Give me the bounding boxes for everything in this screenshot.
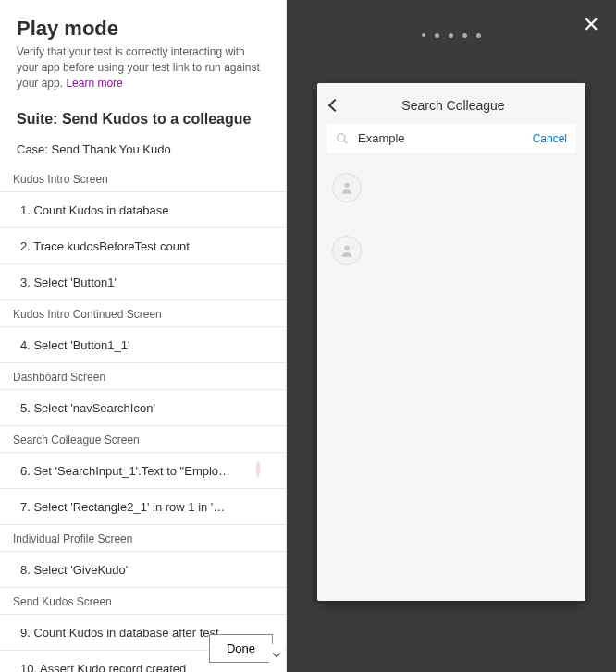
test-step[interactable]: 1. Count Kudos in database <box>0 192 286 228</box>
test-panel: Play mode Verify that your test is corre… <box>0 0 287 672</box>
learn-more-link[interactable]: Learn more <box>66 77 122 90</box>
search-input[interactable] <box>358 131 525 145</box>
screen-header: Individual Profile Screen <box>0 525 286 552</box>
list-item[interactable] <box>326 165 576 210</box>
page-indicator <box>422 33 481 38</box>
test-step[interactable]: 5. Select 'navSearchIcon' <box>0 390 286 426</box>
panel-subtitle: Verify that your test is correctly inter… <box>17 44 269 91</box>
test-step[interactable]: 3. Select 'Button1' <box>0 264 286 300</box>
subtitle-text: Verify that your test is correctly inter… <box>17 45 260 90</box>
suite-title: Suite: Send Kudos to a colleague <box>0 98 286 137</box>
panel-header: Play mode Verify that your test is corre… <box>0 0 286 98</box>
test-step[interactable]: 6. Set 'SearchInput_1'.Text to "Emplo… <box>0 453 286 489</box>
steps-scroll[interactable]: Suite: Send Kudos to a colleague Case: S… <box>0 98 286 672</box>
test-step[interactable]: 8. Select 'GiveKudo' <box>0 552 286 588</box>
cancel-button[interactable]: Cancel <box>533 132 567 145</box>
step-label: 6. Set 'SearchInput_1'.Text to "Emplo… <box>20 464 256 478</box>
search-bar: Cancel <box>326 124 576 153</box>
step-label: 1. Count Kudos in database <box>20 203 256 217</box>
test-step[interactable]: 2. Trace kudosBeforeTest count <box>0 228 286 264</box>
avatar <box>332 236 362 265</box>
pending-icon <box>256 561 273 578</box>
dot-icon <box>422 33 425 37</box>
pending-icon <box>256 498 273 515</box>
search-icon <box>336 132 349 145</box>
done-button[interactable]: Done <box>209 634 273 663</box>
svg-point-0 <box>338 133 345 141</box>
step-label: 8. Select 'GiveKudo' <box>20 563 256 577</box>
person-icon <box>339 243 354 258</box>
step-label: 4. Select 'Button1_1' <box>20 338 256 352</box>
preview-panel: ✕ Search Colleague Cancel <box>287 0 616 672</box>
app-header: Search Colleague <box>326 96 576 124</box>
running-icon <box>256 462 273 479</box>
dot-icon <box>476 33 481 38</box>
list-item[interactable] <box>326 228 576 273</box>
person-icon <box>339 180 354 195</box>
svg-point-3 <box>344 246 349 250</box>
app-preview: Search Colleague Cancel <box>317 83 585 601</box>
footer: Done <box>209 634 273 663</box>
chevron-down-icon <box>273 650 280 657</box>
close-button[interactable]: ✕ <box>583 13 599 37</box>
success-icon <box>256 238 273 254</box>
avatar <box>332 173 362 202</box>
step-label: 7. Select 'Rectangle2_1' in row 1 in '… <box>20 500 256 514</box>
dot-icon <box>435 33 439 38</box>
panel-title: Play mode <box>17 17 269 41</box>
success-icon <box>256 399 273 416</box>
app-title: Search Colleague <box>334 98 573 113</box>
svg-line-1 <box>344 140 348 143</box>
case-title: Case: Send Thank You Kudo <box>0 137 286 165</box>
test-step[interactable]: 7. Select 'Rectangle2_1' in row 1 in '… <box>0 489 286 525</box>
step-label: 3. Select 'Button1' <box>20 275 256 289</box>
screen-header: Kudos Intro Screen <box>0 165 286 192</box>
collapse-toggle[interactable] <box>269 644 284 663</box>
screen-header: Send Kudos Screen <box>0 588 286 615</box>
step-label: 5. Select 'navSearchIcon' <box>20 401 256 415</box>
svg-point-2 <box>344 183 349 188</box>
step-label: 10. Assert Kudo record created <box>20 662 256 672</box>
dot-icon <box>449 33 453 38</box>
step-label: 2. Trace kudosBeforeTest count <box>20 239 256 253</box>
success-icon <box>256 202 273 218</box>
success-icon <box>256 274 273 290</box>
dot-icon <box>462 33 467 38</box>
success-icon <box>256 336 273 353</box>
screen-header: Search Colleague Screen <box>0 426 286 453</box>
screen-header: Kudos Intro Continued Screen <box>0 300 286 327</box>
test-step[interactable]: 4. Select 'Button1_1' <box>0 327 286 363</box>
screen-header: Dashboard Screen <box>0 363 286 390</box>
